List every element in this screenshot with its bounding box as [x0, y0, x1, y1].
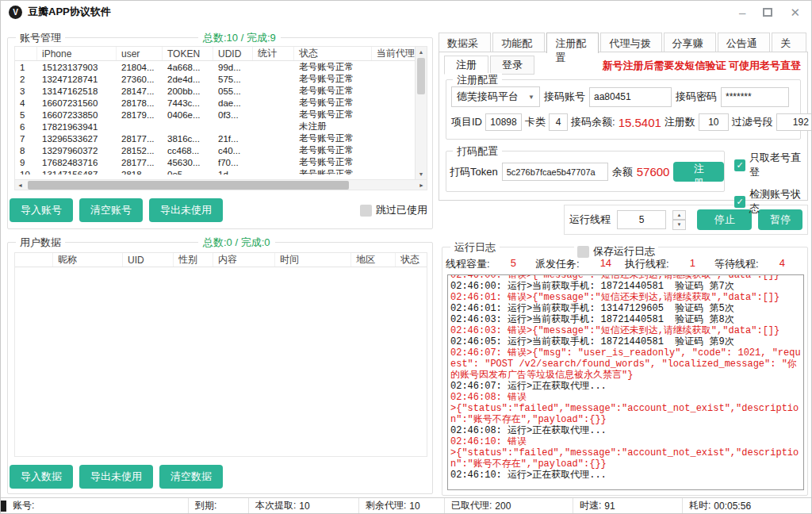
- log-group-title: 运行日志: [450, 240, 500, 255]
- tab-bar: 数据采集 功能配置 注册配置 代理与拨号 分享赚钱 公告通知 关于: [439, 33, 808, 52]
- sub-tab[interactable]: 注册: [444, 56, 488, 75]
- userdata-action-button[interactable]: 导出未使用: [79, 465, 153, 489]
- stat-pair: 执行线程: 1: [625, 257, 714, 271]
- sms-account-input[interactable]: [589, 87, 672, 107]
- table-row[interactable]: 4 16607231560 28178... 7443c... dae... 老…: [15, 97, 415, 109]
- tab[interactable]: 数据采集: [439, 33, 491, 52]
- captcha-group: 打码配置 打码Token 余额 57600 注册: [446, 151, 725, 192]
- cell-index: 3: [15, 86, 37, 96]
- cell-udid: c40...: [213, 146, 253, 155]
- status-label: 时速:: [580, 499, 601, 512]
- accounts-table: iPhone user TOKEN UDID 统计 状态 当前代理 1 1512…: [14, 46, 427, 190]
- stepper-down-icon[interactable]: ▼: [672, 220, 686, 230]
- table-row[interactable]: 5 16607233850 28179... 0406e... 0f3... 老…: [15, 109, 415, 121]
- col-content: 内容: [213, 253, 275, 267]
- card-type-input[interactable]: [549, 113, 568, 131]
- tab[interactable]: 代理与拨号: [600, 33, 661, 52]
- cell-status: 老号账号正常: [294, 61, 372, 73]
- option-checkbox[interactable]: 检测账号状态: [734, 187, 807, 216]
- cell-iphone: 16607233850: [37, 110, 117, 120]
- scroll-up-icon[interactable]: ▲: [416, 47, 427, 57]
- sms-platform-select[interactable]: 德芙接码平台 ▼: [451, 86, 540, 107]
- account-action-button[interactable]: 导出未使用: [149, 198, 223, 222]
- tab[interactable]: 注册配置: [546, 33, 599, 53]
- checkbox-icon[interactable]: [734, 196, 745, 208]
- captcha-balance-value: 57600: [637, 165, 670, 178]
- log-line: 02:46:10: 运行>正在获取代理...: [450, 470, 801, 481]
- skip-used-checkbox[interactable]: 跳过已使用: [360, 203, 427, 217]
- table-row[interactable]: 2 13247128741 27360... 2de4d... 575... 老…: [15, 73, 415, 85]
- status-value: 91: [604, 501, 615, 512]
- tab[interactable]: 公告通知: [718, 33, 770, 52]
- tab[interactable]: 功能配置: [492, 33, 545, 52]
- filter-segment-label: 过滤号段: [732, 115, 773, 129]
- cell-status: 老号账号正常: [294, 132, 372, 144]
- table-row[interactable]: 7 13296533627 28177... 3816c... 21f... 老…: [15, 132, 415, 144]
- scroll-right-icon[interactable]: ►: [416, 180, 427, 190]
- scrollbar-thumb-h[interactable]: [28, 181, 349, 190]
- stepper-up-icon[interactable]: ▲: [672, 210, 686, 221]
- minimize-icon[interactable]: –: [739, 6, 745, 18]
- captcha-balance-label: 余额: [612, 165, 633, 179]
- cell-token: 3816c...: [163, 134, 213, 144]
- scroll-down-icon[interactable]: ▼: [416, 169, 427, 179]
- table-row[interactable]: 10 13147156487 2818... 0e5... 1d... 老号账号…: [15, 168, 415, 175]
- checkbox-icon[interactable]: [577, 246, 589, 258]
- register-button[interactable]: 注册: [673, 162, 724, 182]
- cell-iphone: 16607231560: [37, 98, 117, 108]
- userdata-group: 用户数据 总数:0 / 完成:0 昵称 UID 性别 内容 时间 地区 状态 导…: [7, 242, 433, 494]
- tab[interactable]: 分享赚钱: [664, 33, 716, 52]
- thread-count-input[interactable]: [617, 210, 666, 229]
- scroll-left-icon[interactable]: ◄: [15, 180, 25, 190]
- table-row[interactable]: 6 17821963941 未注册: [15, 121, 415, 132]
- table-row[interactable]: 8 13297960372 28152... cc468... c40... 老…: [15, 144, 415, 156]
- table-row[interactable]: 3 13147162518 28147... 200bb... 055... 老…: [15, 85, 415, 97]
- sub-tab[interactable]: 登录: [490, 56, 534, 75]
- register-count-label: 注册数: [665, 115, 695, 129]
- account-action-button[interactable]: 导入账号: [10, 198, 73, 222]
- tab[interactable]: 关于: [772, 33, 806, 52]
- cell-udid: 0f3...: [213, 110, 253, 120]
- captcha-token-input[interactable]: [502, 163, 608, 181]
- userdata-action-button[interactable]: 清空数据: [159, 465, 223, 489]
- sms-password-input[interactable]: [721, 87, 789, 107]
- thread-count-stepper[interactable]: ▲ ▼: [672, 210, 686, 230]
- table-row[interactable]: 1 15123137903 21804... 4a668... 99d... 老…: [15, 61, 415, 73]
- accounts-counter: 总数:10 / 完成:9: [198, 31, 281, 45]
- status-item: 时速: 91: [573, 498, 683, 513]
- cell-index: 1: [15, 63, 37, 72]
- col-status2: 状态: [396, 253, 427, 267]
- checkbox-icon[interactable]: [734, 159, 745, 171]
- horizontal-scrollbar[interactable]: ◄ ►: [15, 179, 427, 190]
- log-output[interactable]: 02:46:00: 错误>{"message":"短信还未到达,请继续获取","…: [447, 274, 804, 490]
- col-user: user: [117, 47, 163, 60]
- cell-token: 0406e...: [163, 110, 213, 120]
- filter-segment-input[interactable]: [776, 113, 812, 131]
- scrollbar-thumb[interactable]: [417, 58, 425, 94]
- col-udid: UDID: [213, 47, 253, 60]
- cell-iphone: 13296533627: [37, 134, 117, 144]
- cell-iphone: 17682483716: [37, 158, 117, 167]
- col-uid: UID: [123, 253, 174, 267]
- table-row[interactable]: 9 17682483716 28177... 45630... f70... 老…: [15, 156, 415, 168]
- cell-iphone: 13147156487: [37, 170, 117, 175]
- stat-pair: 等待线程: 4: [714, 257, 804, 271]
- cell-index: 9: [15, 158, 37, 167]
- cell-iphone: 17821963941: [37, 122, 117, 132]
- vertical-scrollbar[interactable]: ▲ ▼: [415, 47, 427, 179]
- checkbox-icon[interactable]: [360, 205, 372, 217]
- cell-user: 2818...: [117, 170, 163, 175]
- maximize-icon[interactable]: [763, 8, 772, 17]
- col-proxy: 当前代理: [372, 47, 415, 60]
- project-id-input[interactable]: [485, 113, 522, 131]
- cell-index: 10: [15, 170, 37, 175]
- status-label: 耗时:: [689, 499, 710, 512]
- option-checkbox[interactable]: 只取老号直登: [734, 151, 807, 179]
- register-count-input[interactable]: [699, 113, 729, 131]
- option-label: 检测账号状态: [749, 187, 807, 216]
- close-icon[interactable]: ✕: [790, 6, 800, 18]
- captcha-group-title: 打码配置: [453, 144, 502, 159]
- userdata-action-button[interactable]: 导入数据: [10, 465, 73, 489]
- status-value: 10: [299, 501, 309, 512]
- account-action-button[interactable]: 清空账号: [79, 198, 143, 222]
